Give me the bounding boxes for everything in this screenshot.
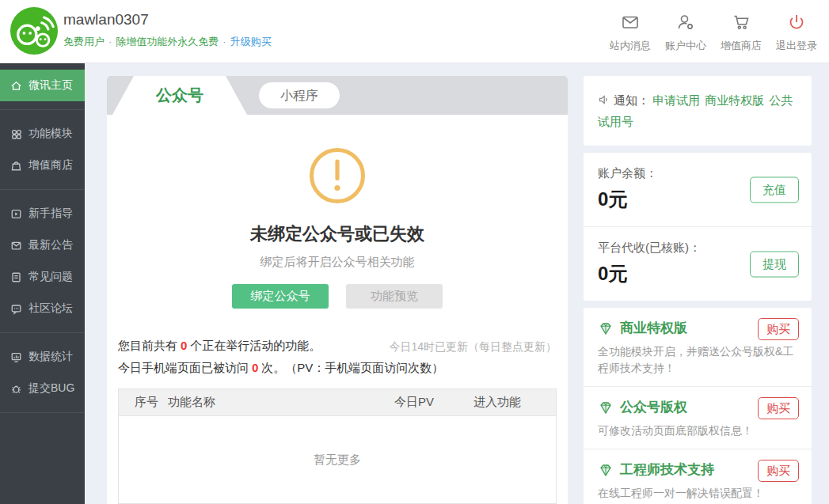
recharge-button[interactable]: 充值 [750, 176, 799, 203]
top-header: mawlan0307 免费用户·除增值功能外永久免费·升级购买 站内消息 账户中… [0, 0, 829, 63]
unbound-title: 未绑定公众号或已失效 [107, 222, 568, 246]
tab-mini-program[interactable]: 小程序 [259, 82, 340, 108]
unbound-subtitle: 绑定后将开启公众号相关功能 [107, 255, 568, 270]
product-desc: 可修改活动页面底部版权信息！ [598, 423, 797, 439]
buy-copyright-button[interactable]: 购买 [758, 397, 799, 419]
sidebar-item-store[interactable]: 增值商店 [0, 150, 85, 181]
column-index: 序号 [119, 395, 168, 410]
product-desc: 在线工程师一对一解决错误配置！ [598, 485, 797, 502]
announcement-icon [10, 240, 22, 252]
product-premium: 商业特权版 购买 全功能模块开启，并赠送公众号版权&工程师技术支持！ [584, 308, 812, 386]
platform-collect-row: 平台代收(已核账)： 0元 提现 [584, 226, 812, 301]
stats-line2: 今日手机端页面已被访问0次。（PV：手机端页面访问次数） [118, 361, 557, 376]
buy-support-button[interactable]: 购买 [758, 460, 799, 482]
product-desc: 全功能模块开启，并赠送公众号版权&工程师技术支持！ [598, 343, 797, 377]
column-feature-name: 功能名称 [168, 395, 394, 410]
column-enter-feature: 进入功能 [473, 395, 556, 410]
withdraw-button[interactable]: 提现 [750, 251, 799, 277]
features-table: 序号 功能名称 今日PV 进入功能 暂无更多 [118, 388, 557, 504]
sidebar-divider [0, 189, 85, 190]
mail-icon [621, 13, 640, 32]
action-buttons: 绑定公众号 功能预览 [107, 284, 568, 309]
sidebar-item-modules[interactable]: 功能模块 [0, 118, 85, 150]
username: mawlan0307 [63, 11, 272, 28]
sidebar-item-announcements[interactable]: 最新公告 [0, 229, 85, 261]
sidebar-item-home[interactable]: 微讯主页 [0, 70, 85, 101]
table-empty-state: 暂无更多 [119, 416, 556, 503]
plan-note: 除增值功能外永久免费 [116, 36, 219, 47]
home-icon [10, 80, 22, 92]
update-note: 今日14时已更新（每日整点更新） [389, 340, 557, 354]
account-balance-row: 账户余额： 0元 充值 [584, 153, 812, 226]
today-pv-count: 0 [249, 361, 261, 374]
gem-icon [598, 462, 614, 478]
product-engineer-support: 工程师技术支持 购买 在线工程师一对一解决错误配置！ [584, 449, 812, 504]
sidebar-item-guide[interactable]: 新手指导 [0, 198, 85, 229]
sidebar-divider [0, 109, 85, 110]
gem-icon [598, 400, 614, 415]
main-content: 未绑定公众号或已失效 绑定后将开启公众号相关功能 绑定公众号 功能预览 您目前共… [107, 115, 568, 504]
sidebar-divider [0, 412, 85, 413]
warning-icon [308, 146, 367, 205]
gem-icon [598, 320, 614, 336]
notice-panel: 通知： 申请试用商业特权版公共试用号 [584, 76, 812, 146]
sidebar-divider [0, 332, 85, 333]
stats-icon [10, 351, 22, 363]
product-copyright: 公众号版权 购买 可修改活动页面底部版权信息！ [584, 386, 812, 449]
sidebar-item-forum[interactable]: 社区论坛 [0, 293, 85, 324]
tab-bar: 公众号 小程序 [107, 76, 568, 115]
main-card: 公众号 小程序 未绑定公众号或已失效 绑定后将开启公众号相关功能 绑定公众号 功… [107, 76, 568, 504]
active-feature-count: 0 [177, 339, 190, 352]
balance-panel: 账户余额： 0元 充值 平台代收(已核账)： 0元 提现 [584, 153, 812, 301]
table-header-row: 序号 功能名称 今日PV 进入功能 [119, 389, 556, 416]
faq-icon [10, 271, 22, 283]
modules-icon [10, 128, 22, 140]
app-logo-icon[interactable] [10, 6, 59, 55]
notice-label: 通知： [614, 93, 649, 107]
right-column: 通知： 申请试用商业特权版公共试用号 账户余额： 0元 充值 平台代收(已核账)… [584, 76, 812, 504]
sidebar-item-bug[interactable]: 提交BUG [0, 373, 85, 404]
column-today-pv: 今日PV [394, 395, 473, 410]
sidebar-item-faq[interactable]: 常见问题 [0, 261, 85, 293]
nav-store[interactable]: 增值商店 [713, 13, 769, 53]
nav-messages[interactable]: 站内消息 [603, 13, 658, 53]
plan-line: 免费用户·除增值功能外永久免费·升级购买 [63, 35, 272, 49]
bug-icon [10, 383, 22, 395]
nav-logout[interactable]: 退出登录 [769, 13, 824, 53]
notice-link-trial[interactable]: 申请试用 [652, 93, 700, 107]
user-block: mawlan0307 免费用户·除增值功能外永久免费·升级购买 [63, 11, 272, 49]
header-nav: 站内消息 账户中心 增值商店 退出登录 [603, 13, 824, 53]
bind-account-button[interactable]: 绑定公众号 [232, 284, 329, 309]
buy-premium-button[interactable]: 购买 [758, 318, 799, 340]
speaker-icon [598, 93, 610, 106]
feature-preview-button[interactable]: 功能预览 [346, 284, 443, 309]
activity-stats: 您目前共有0个正在举行活动的功能。 今日14时已更新（每日整点更新） 今日手机端… [118, 339, 557, 376]
plan-label: 免费用户 [63, 36, 105, 47]
tab-official-account[interactable]: 公众号 [112, 76, 247, 115]
cart-icon [732, 13, 751, 32]
user-icon [676, 13, 695, 32]
stats-line1: 您目前共有0个正在举行活动的功能。 今日14时已更新（每日整点更新） [118, 339, 557, 354]
upgrade-link[interactable]: 升级购买 [230, 36, 272, 47]
power-icon [787, 13, 806, 32]
guide-icon [10, 208, 22, 220]
notice-link-premium[interactable]: 商业特权版 [705, 93, 764, 107]
products-panel: 商业特权版 购买 全功能模块开启，并赠送公众号版权&工程师技术支持！ 公众号版权… [584, 308, 812, 504]
left-sidebar: 微讯主页 功能模块 增值商店 新手指导 最新公告 常见问题 社区论坛 数据统计 … [0, 63, 85, 504]
store-icon [10, 160, 22, 172]
nav-account[interactable]: 账户中心 [658, 13, 713, 53]
forum-icon [10, 303, 22, 315]
sidebar-item-statistics[interactable]: 数据统计 [0, 341, 85, 373]
